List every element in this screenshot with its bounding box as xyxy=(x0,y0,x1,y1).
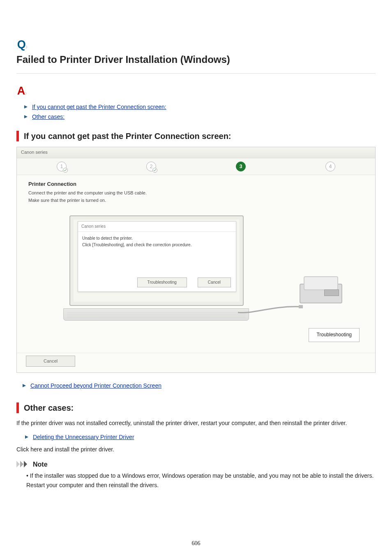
q-icon: Q › xyxy=(16,37,31,52)
wizard-body-sub-1: Connect the printer and the computer usi… xyxy=(28,190,367,197)
wizard-body: Printer Connection Connect the printer a… xyxy=(17,175,375,352)
wizard-window-title: Canon series xyxy=(17,147,375,158)
error-dialog-line-1: Unable to detect the printer. xyxy=(82,235,232,242)
svg-marker-11 xyxy=(24,461,27,467)
red-bar-icon xyxy=(16,131,19,141)
arrow-icon xyxy=(25,432,31,442)
svg-marker-8 xyxy=(25,435,28,439)
arrow-icon xyxy=(24,112,30,121)
svg-text:Q: Q xyxy=(17,38,26,51)
red-bar-icon xyxy=(16,402,19,413)
section-1-link-row: Cannot Proceed beyond Printer Connection… xyxy=(22,381,376,390)
section-2-heading-row: Other cases: xyxy=(16,401,376,414)
wizard-step-1: 1 xyxy=(57,162,67,171)
page-number: 606 xyxy=(16,539,376,548)
svg-text:A: A xyxy=(17,85,25,97)
top-link-list: If you cannot get past the Printer Conne… xyxy=(16,102,376,121)
note-bullet: If the installer was stopped due to a Wi… xyxy=(26,471,376,490)
error-dialog: Canon series Unable to detect the printe… xyxy=(78,221,236,292)
error-dialog-cancel-button[interactable]: Cancel xyxy=(198,278,231,287)
error-dialog-title: Canon series xyxy=(78,222,236,232)
page-title: Failed to Printer Driver Installation (W… xyxy=(16,52,376,67)
wizard-troubleshoot-button[interactable]: Troubleshooting xyxy=(309,328,360,342)
top-link-2[interactable]: Other cases: xyxy=(32,113,65,120)
section-2-link-row: Deleting the Unnecessary Printer Driver xyxy=(25,432,376,442)
section-1-heading: If you cannot get past the Printer Conne… xyxy=(24,130,231,143)
svg-marker-4 xyxy=(24,105,28,109)
usb-cable-graphic xyxy=(238,305,304,314)
svg-marker-9 xyxy=(16,461,20,467)
chevrons-icon xyxy=(16,461,31,467)
question-icon-row: Q › xyxy=(16,37,376,52)
wizard-step-3-active: 3 xyxy=(236,162,246,171)
error-dialog-line-2: Click [Troubleshooting], and check the c… xyxy=(82,242,232,248)
section-2-paragraph: If the printer driver was not installed … xyxy=(16,419,376,428)
svg-rect-6 xyxy=(299,305,303,308)
answer-icon-row: A › xyxy=(16,83,376,98)
section-1-link[interactable]: Cannot Proceed beyond Printer Connection… xyxy=(30,382,161,389)
arrow-icon xyxy=(22,381,29,390)
wizard-steps: 1 2 3 4 xyxy=(17,158,375,176)
section-2-after-text: Click here and install the printer drive… xyxy=(16,445,376,454)
section-2-heading: Other cases: xyxy=(24,401,74,414)
arrow-icon xyxy=(24,102,30,111)
wizard-step-2: 2 xyxy=(146,162,156,171)
list-item: Other cases: xyxy=(24,112,376,121)
svg-text:›: › xyxy=(25,42,28,51)
laptop-graphic: Canon series Unable to detect the printe… xyxy=(69,215,246,318)
svg-marker-7 xyxy=(23,384,26,387)
svg-marker-10 xyxy=(20,461,23,467)
wizard-body-sub-2: Make sure that the printer is turned on. xyxy=(28,197,367,204)
top-link-1[interactable]: If you cannot get past the Printer Conne… xyxy=(32,104,166,110)
connection-figure: Canon series Unable to detect the printe… xyxy=(69,210,357,317)
list-item: If you cannot get past the Printer Conne… xyxy=(24,102,376,111)
wizard-step-4: 4 xyxy=(325,162,335,171)
note-label: Note xyxy=(33,459,48,470)
section-1-heading-row: If you cannot get past the Printer Conne… xyxy=(16,130,376,143)
wizard-screenshot: Canon series 1 2 3 4 Printer Connection … xyxy=(16,147,376,373)
wizard-body-heading: Printer Connection xyxy=(28,180,367,189)
note-header: Note xyxy=(16,459,376,470)
section-2-link[interactable]: Deleting the Unnecessary Printer Driver xyxy=(33,434,134,440)
wizard-cancel-button[interactable]: Cancel xyxy=(26,356,75,367)
error-dialog-troubleshoot-button[interactable]: Troubleshooting xyxy=(137,278,187,287)
a-icon: A › xyxy=(16,83,31,98)
svg-text:›: › xyxy=(25,89,27,97)
separator xyxy=(16,73,376,74)
printer-graphic xyxy=(300,284,341,308)
note-list: If the installer was stopped due to a Wi… xyxy=(16,471,376,490)
svg-marker-5 xyxy=(24,115,28,118)
